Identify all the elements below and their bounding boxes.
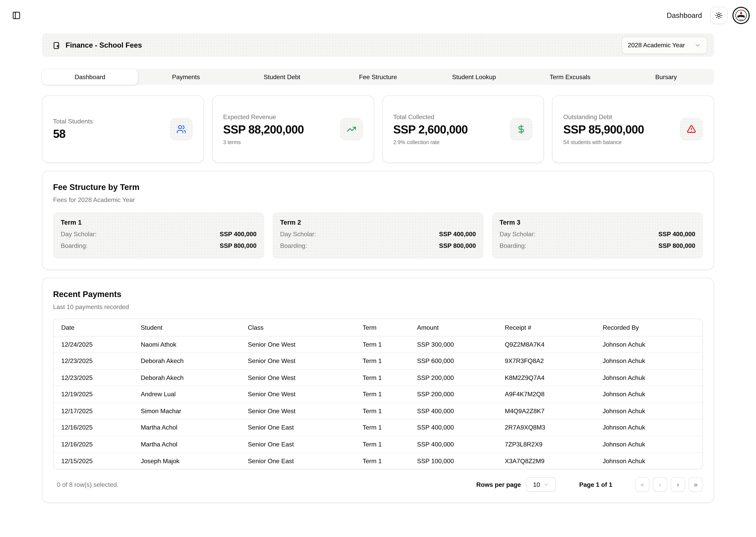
boarding-value: SSP 800,000 [439, 242, 476, 249]
svg-text:1999: 1999 [739, 19, 743, 21]
trending-up-icon [347, 124, 356, 134]
boarding-label: Boarding: [280, 242, 307, 249]
panel-left-icon [12, 11, 21, 20]
stat-label: Total Collected [393, 113, 500, 121]
cell-date: 12/23/2025 [54, 369, 133, 386]
table-footer: 0 of 8 row(s) selected. Rows per page 10… [53, 477, 703, 491]
cell-class: Senior One West [240, 402, 355, 419]
stat-subtext: 3 terms [223, 139, 330, 145]
term-box-1: Term 1 Day Scholar:SSP 400,000 Boarding:… [53, 212, 264, 259]
next-page-button[interactable]: › [671, 477, 685, 491]
stat-card-total-students: Total Students 58 [42, 96, 204, 163]
pagination: « ‹ › » [635, 477, 703, 491]
sidebar-toggle-button[interactable] [10, 9, 23, 22]
col-header-recorded-by: Recorded By [595, 319, 702, 336]
stat-card-total-collected: Total Collected SSP 2,600,000 2.9% colle… [382, 96, 544, 163]
cell-term: Term 1 [355, 452, 409, 469]
col-header-class: Class [240, 319, 355, 336]
stat-card-outstanding-debt: Outstanding Debt SSP 85,900,000 54 stude… [552, 96, 714, 163]
stat-value: SSP 88,200,000 [223, 123, 330, 137]
table-row[interactable]: 12/19/2025Andrew LualSenior One WestTerm… [54, 386, 702, 402]
stat-subtext: 2.9% collection rate [393, 139, 500, 145]
fee-structure-title: Fee Structure by Term [53, 183, 703, 192]
stat-subtext: 54 students with balance [563, 139, 670, 145]
table-row[interactable]: 12/24/2025Naomi AthokSenior One WestTerm… [54, 336, 702, 352]
cell-recorded-by: Johnson Achuk [595, 452, 702, 469]
cell-date: 12/16/2025 [54, 419, 133, 435]
wallet-icon [53, 41, 61, 49]
page-info: Page 1 of 1 [579, 481, 612, 488]
cell-class: Senior One East [240, 452, 355, 469]
chevron-left-icon: ‹ [659, 481, 661, 488]
cell-amount: SSP 300,000 [409, 336, 497, 352]
table-row[interactable]: 12/23/2025Deborah AkechSenior One WestTe… [54, 369, 702, 386]
cell-receipt: Q9Z2M8A7K4 [497, 336, 595, 352]
first-page-button[interactable]: « [635, 477, 649, 491]
col-header-receipt: Receipt # [497, 319, 595, 336]
academic-year-select[interactable]: 2028 Academic Year [621, 36, 707, 54]
chevrons-right-icon: » [694, 481, 697, 488]
chevron-down-icon [694, 42, 701, 48]
col-header-term: Term [355, 319, 409, 336]
cell-student: Joseph Majok [133, 452, 240, 469]
tab-term-excusals[interactable]: Term Excusals [522, 69, 618, 85]
school-logo-avatar[interactable]: 1999 [733, 7, 750, 24]
rows-per-page-label: Rows per page [476, 481, 521, 488]
cell-class: Senior One West [240, 369, 355, 386]
term-box-2: Term 2 Day Scholar:SSP 400,000 Boarding:… [273, 212, 484, 259]
cell-amount: SSP 200,000 [409, 369, 497, 386]
payments-table: Date Student Class Term Amount Receipt #… [53, 319, 703, 470]
stat-card-expected-revenue: Expected Revenue SSP 88,200,000 3 terms [212, 96, 374, 163]
day-scholar-value: SSP 400,000 [220, 230, 257, 238]
cell-term: Term 1 [355, 436, 409, 452]
tab-student-debt[interactable]: Student Debt [234, 69, 330, 85]
cell-student: Martha Achol [133, 436, 240, 452]
stat-value: 58 [53, 127, 160, 141]
cell-term: Term 1 [355, 386, 409, 402]
module-title: Finance - School Fees [65, 41, 142, 49]
cell-amount: SSP 400,000 [409, 436, 497, 452]
tab-student-lookup[interactable]: Student Lookup [426, 69, 522, 85]
boarding-label: Boarding: [61, 242, 88, 249]
table-row[interactable]: 12/16/2025Martha AcholSenior One EastTer… [54, 419, 702, 435]
fee-structure-card: Fee Structure by Term Fees for 2028 Acad… [42, 171, 714, 270]
chevron-right-icon: › [677, 481, 679, 488]
theme-toggle-button[interactable] [710, 7, 728, 24]
cell-recorded-by: Johnson Achuk [595, 369, 702, 386]
cell-recorded-by: Johnson Achuk [595, 419, 702, 435]
sun-icon [715, 12, 723, 19]
cell-recorded-by: Johnson Achuk [595, 436, 702, 452]
chevrons-left-icon: « [640, 481, 644, 488]
cell-student: Deborah Akech [133, 352, 240, 369]
day-scholar-value: SSP 400,000 [439, 230, 476, 238]
chevron-down-icon [543, 482, 549, 487]
table-row[interactable]: 12/16/2025Martha AcholSenior One EastTer… [54, 436, 702, 452]
dollar-sign-icon [517, 124, 526, 134]
cell-term: Term 1 [355, 352, 409, 369]
cell-date: 12/16/2025 [54, 436, 133, 452]
tab-dashboard[interactable]: Dashboard [42, 69, 138, 85]
cell-class: Senior One West [240, 386, 355, 402]
table-row[interactable]: 12/15/2025Joseph MajokSenior One EastTer… [54, 452, 702, 469]
cell-receipt: 9X7R3FQ8A2 [497, 352, 595, 369]
cell-date: 12/23/2025 [54, 352, 133, 369]
tab-payments[interactable]: Payments [138, 69, 234, 85]
rows-per-page-value: 10 [533, 481, 540, 488]
term-box-3: Term 3 Day Scholar:SSP 400,000 Boarding:… [492, 212, 703, 259]
tab-bursary[interactable]: Bursary [618, 69, 714, 85]
last-page-button[interactable]: » [689, 477, 703, 491]
school-crest-icon: 1999 [733, 7, 750, 24]
rows-per-page-select[interactable]: 10 [526, 477, 556, 491]
boarding-label: Boarding: [499, 242, 526, 249]
table-row[interactable]: 12/17/2025Simon MacharSenior One WestTer… [54, 402, 702, 419]
cell-student: Martha Achol [133, 419, 240, 435]
cell-receipt: X3A7Q8Z2M9 [497, 452, 595, 469]
users-icon [176, 124, 186, 134]
previous-page-button[interactable]: ‹ [653, 477, 667, 491]
tab-fee-structure[interactable]: Fee Structure [330, 69, 426, 85]
table-row[interactable]: 12/23/2025Deborah AkechSenior One WestTe… [54, 352, 702, 369]
table-header-row: Date Student Class Term Amount Receipt #… [54, 319, 702, 336]
cell-receipt: 7ZP3L8R2X9 [497, 436, 595, 452]
boarding-value: SSP 800,000 [220, 242, 257, 249]
rows-selected-info: 0 of 8 row(s) selected. [53, 481, 118, 488]
